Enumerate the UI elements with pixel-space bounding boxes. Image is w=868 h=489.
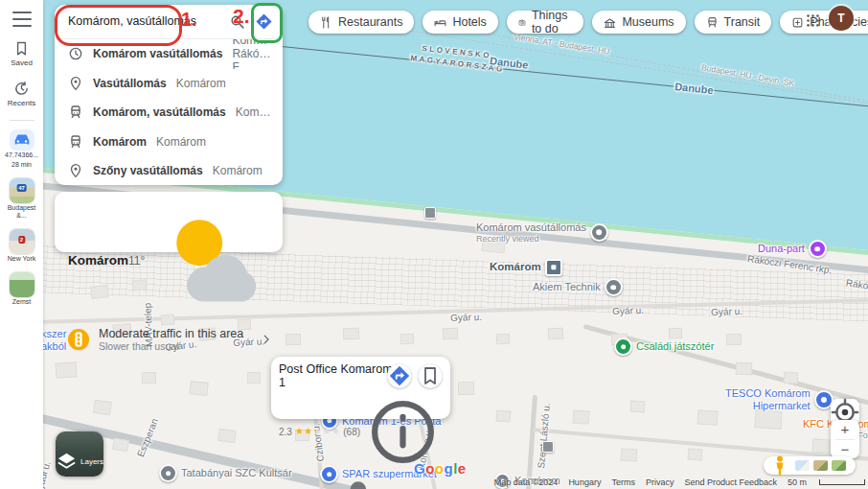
layers-label: Layers (80, 457, 103, 466)
suggestion-main: Szőny vasútállomás (93, 164, 203, 177)
search-suggestions: Komárom vasútállomásKomárom, Rákóczi F..… (55, 39, 283, 186)
poi-marker[interactable] (545, 259, 562, 276)
annotation-step-2: 2. (233, 5, 250, 28)
chip-label: Museums (622, 15, 674, 29)
scale-bar (819, 479, 865, 485)
chip-pharmacies[interactable]: Pharmacies (780, 11, 868, 34)
suggestion-main: Komárom, vasútállomás (93, 105, 226, 119)
chip-museums[interactable]: Museums (592, 11, 685, 34)
suggestion-item[interactable]: Komárom, vasútállomásKomárom (55, 98, 283, 128)
sidebar-item-label: Recents (8, 99, 35, 107)
footer-link[interactable]: Hungary (568, 477, 601, 487)
poi-label[interactable]: Családi játszótér (614, 338, 714, 356)
chip-things-to-do[interactable]: Things to do (507, 11, 584, 34)
traffic-alert[interactable]: Moderate traffic in this area Slower tha… (55, 322, 283, 352)
suggestion-item[interactable]: Szőny vasútállomásKomárom (55, 156, 283, 186)
poi-marker[interactable] (159, 464, 177, 482)
suggestion-main: Vasútállomás (93, 77, 167, 90)
account-avatar[interactable]: T (829, 6, 854, 31)
zoom-in-button[interactable]: + (831, 420, 859, 439)
sidebar-trip-drive[interactable]: 47.74366... 28 min (5, 129, 38, 170)
sidebar-item-saved[interactable]: Saved (8, 40, 35, 67)
pegman-icon[interactable] (768, 454, 791, 477)
menu-icon[interactable] (12, 12, 32, 27)
chip-transit[interactable]: Transit (695, 11, 772, 34)
pin-icon (68, 163, 83, 178)
sidebar-shortcuts: 47Budapest &...2New YorkZemst (2, 170, 42, 307)
google-apps-icon[interactable] (805, 12, 821, 29)
annotation-green-box (251, 3, 283, 43)
map-footer: Map data ©2024 HungaryTermsPrivacySend P… (494, 477, 865, 487)
area-name: Komárom (68, 253, 128, 268)
hotel-icon (434, 16, 446, 29)
streetview-bar (764, 456, 856, 475)
sidebar-shortcut[interactable]: Zemst (2, 272, 42, 307)
car-icon (10, 129, 34, 151)
footer-link[interactable]: Terms (611, 477, 635, 487)
traffic-subtitle: Slower than usual (99, 340, 250, 352)
sidebar-item-recents[interactable]: Recents (8, 81, 35, 107)
sidebar-shortcut[interactable]: 2New York (2, 229, 42, 264)
map-style-satellite[interactable] (813, 460, 828, 471)
footer-link[interactable]: Send Product Feedback (684, 477, 777, 487)
info-icon[interactable] (363, 392, 443, 472)
street-label: Gyár u. (711, 306, 742, 318)
trip-duration: 28 min (11, 161, 32, 170)
weather-icon (148, 199, 271, 322)
map-style-default[interactable] (795, 460, 810, 471)
poi-label[interactable]: Tatabányai SZC Kultsár (159, 464, 292, 482)
poi-label[interactable]: Komárom (490, 259, 562, 276)
shortcut-label: Zemst (12, 298, 31, 307)
train-icon (68, 134, 83, 150)
poi-label[interactable]: TESCO KomáromHipermarket (725, 387, 834, 411)
layers-button[interactable]: Layers (56, 431, 103, 477)
zoom-controls: + − (831, 420, 859, 458)
suggestion-main: Komárom (93, 135, 147, 149)
transit-badge-icon (542, 441, 554, 453)
clock-icon (68, 46, 83, 61)
suggestion-item[interactable]: VasútállomásKomárom (55, 69, 283, 99)
ferry-route-label: Budapest, HU - Devin, SK (700, 63, 794, 89)
poi-marker[interactable] (590, 223, 608, 242)
bookmark-icon (13, 40, 30, 57)
annotation-red-box (55, 5, 182, 46)
poi-label[interactable]: Komárom vasútállomásRecently viewed (476, 221, 608, 244)
camera-icon (518, 16, 526, 29)
place-directions-button[interactable] (387, 363, 412, 388)
rating-value: 2.3 (279, 427, 292, 437)
shortcut-label: Budapest &... (2, 204, 42, 221)
poi-marker[interactable] (809, 240, 827, 258)
chip-hotels[interactable]: Hotels (423, 11, 497, 34)
train-icon (68, 105, 83, 120)
collapse-chevrons-icon[interactable] (850, 459, 851, 472)
annotation-step-1: 1. (181, 9, 197, 31)
suggestion-secondary: Komárom (176, 77, 226, 90)
review-count: (68) (343, 427, 360, 437)
sidebar-divider (10, 120, 34, 121)
shortcut-label: New York (8, 255, 36, 264)
chip-label: Transit (724, 15, 761, 29)
suggestion-secondary: Komárom (236, 105, 273, 119)
transit-icon (706, 16, 719, 29)
place-card[interactable]: Post Office Komarom 1 2.3 ★★★★★ ★★★★★ (6… (271, 357, 450, 419)
temperature: 11° (128, 254, 145, 268)
place-save-button[interactable] (418, 363, 443, 388)
poi-marker[interactable] (605, 278, 623, 296)
star-rating: ★★★★★ ★★★★★ (295, 427, 340, 436)
pin-icon (68, 76, 83, 91)
suggestion-secondary: Komárom (156, 135, 206, 149)
chevron-right-icon[interactable] (260, 333, 273, 346)
poi-label[interactable]: Akiem Technik (533, 278, 623, 296)
map-style-terrain[interactable] (832, 460, 846, 471)
place-title: Post Office Komarom 1 (279, 362, 394, 389)
restaurant-icon (320, 16, 332, 29)
pharmacy-icon (791, 16, 804, 29)
suggestion-item[interactable]: KomáromKomárom (55, 128, 283, 157)
chip-restaurants[interactable]: Restaurants (308, 11, 414, 34)
poi-marker[interactable] (614, 338, 632, 356)
map-data-attribution: Map data ©2024 (494, 477, 559, 487)
sidebar-shortcut[interactable]: 47Budapest &... (2, 178, 42, 221)
footer-link[interactable]: Privacy (646, 477, 674, 487)
area-info-card: Komárom 11° Moderate traffic in this are… (55, 192, 283, 252)
water-label: Danube (674, 81, 714, 97)
